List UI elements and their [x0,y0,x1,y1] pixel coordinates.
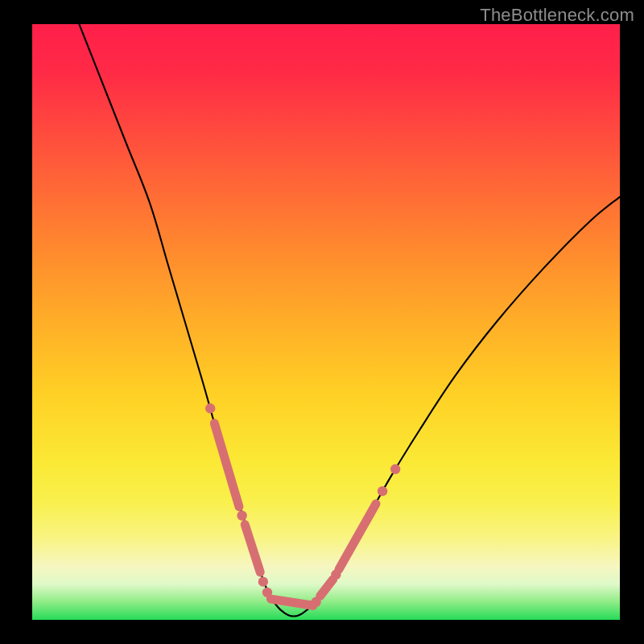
marker-segment [320,580,333,597]
marker-dot [262,588,272,597]
plot-area [32,24,620,620]
marker-segment [245,525,260,572]
watermark-text: TheBottleneck.com [480,5,634,26]
bottleneck-curve [79,24,620,617]
marker-dot [311,597,320,607]
marker-dot [205,403,215,413]
marker-dot [258,576,268,586]
marker-segment [214,423,239,507]
marker-segment [339,504,376,569]
marker-segment [270,599,313,605]
marker-dot [237,510,246,520]
chart-frame: TheBottleneck.com [0,0,644,644]
curve-layer [32,24,620,620]
marker-dot [390,464,400,474]
marker-dot [331,570,341,580]
marker-dot [378,486,387,496]
